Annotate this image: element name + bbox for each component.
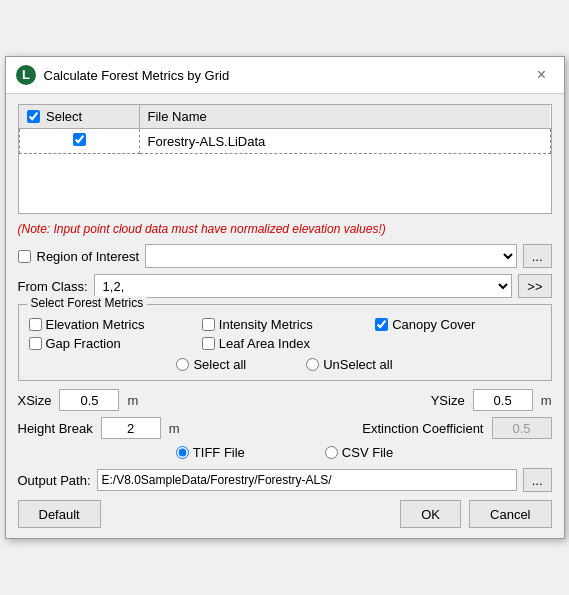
xsize-input[interactable] — [59, 389, 119, 411]
select-unselect-row: Select all UnSelect all — [29, 357, 541, 372]
leaf-metric-item: Leaf Area Index — [202, 336, 367, 351]
tiff-label: TIFF File — [193, 445, 245, 460]
elevation-label: Elevation Metrics — [46, 317, 145, 332]
row-filename-cell: Forestry-ALS.LiData — [139, 129, 550, 154]
close-button[interactable]: × — [530, 63, 554, 87]
forest-metrics-group: Select Forest Metrics Elevation Metrics … — [18, 304, 552, 381]
svg-text:L: L — [22, 67, 30, 82]
canopy-metric-item: Canopy Cover — [375, 317, 540, 332]
size-row: XSize m YSize m — [18, 389, 552, 411]
dialog-window: L Calculate Forest Metrics by Grid × Sel… — [5, 56, 565, 539]
unselect-all-label: UnSelect all — [323, 357, 392, 372]
select-all-label: Select all — [193, 357, 246, 372]
region-checkbox[interactable] — [18, 250, 31, 263]
tiff-radio-item: TIFF File — [176, 445, 245, 460]
select-all-radio-item: Select all — [176, 357, 246, 372]
region-label: Region of Interest — [37, 249, 140, 264]
button-row: Default OK Cancel — [18, 500, 552, 528]
height-break-label: Height Break — [18, 421, 93, 436]
title-left: L Calculate Forest Metrics by Grid — [16, 65, 230, 85]
output-path-row: Output Path: ... — [18, 468, 552, 492]
gap-metric-item: Gap Fraction — [29, 336, 194, 351]
xsize-label: XSize — [18, 393, 52, 408]
height-extinction-row: Height Break m Extinction Coefficient — [18, 417, 552, 439]
canopy-label: Canopy Cover — [392, 317, 475, 332]
row-select-cell — [19, 129, 139, 154]
leaf-checkbox[interactable] — [202, 337, 215, 350]
canopy-checkbox[interactable] — [375, 318, 388, 331]
table-row: Forestry-ALS.LiData — [19, 129, 550, 154]
height-break-input[interactable] — [101, 417, 161, 439]
from-class-label: From Class: — [18, 279, 88, 294]
extinction-label: Extinction Coefficient — [362, 421, 483, 436]
output-browse-button[interactable]: ... — [523, 468, 552, 492]
csv-radio-item: CSV File — [325, 445, 393, 460]
output-path-input[interactable] — [97, 469, 517, 491]
file-table: Select File Name Forestry-ALS.LiData — [19, 105, 551, 154]
height-break-unit: m — [169, 421, 180, 436]
intensity-label: Intensity Metrics — [219, 317, 313, 332]
select-all-checkbox[interactable] — [27, 110, 40, 123]
from-class-dropdown[interactable]: 1,2, — [94, 274, 513, 298]
region-dropdown[interactable] — [145, 244, 517, 268]
title-bar: L Calculate Forest Metrics by Grid × — [6, 57, 564, 94]
csv-radio[interactable] — [325, 446, 338, 459]
unselect-all-radio-item: UnSelect all — [306, 357, 392, 372]
filetype-row: TIFF File CSV File — [18, 445, 552, 460]
elevation-checkbox[interactable] — [29, 318, 42, 331]
extinction-input — [492, 417, 552, 439]
app-icon: L — [16, 65, 36, 85]
col-select-header: Select — [19, 105, 139, 129]
group-legend: Select Forest Metrics — [27, 296, 148, 310]
output-path-label: Output Path: — [18, 473, 91, 488]
file-table-wrapper: Select File Name Forestry-ALS.LiData — [18, 104, 552, 214]
dialog-title: Calculate Forest Metrics by Grid — [44, 68, 230, 83]
row-checkbox[interactable] — [73, 133, 86, 146]
ok-button[interactable]: OK — [400, 500, 461, 528]
leaf-label: Leaf Area Index — [219, 336, 310, 351]
metrics-grid: Elevation Metrics Intensity Metrics Cano… — [29, 317, 541, 351]
region-of-interest-row: Region of Interest ... — [18, 244, 552, 268]
ysize-unit: m — [541, 393, 552, 408]
ok-cancel-buttons: OK Cancel — [400, 500, 551, 528]
col-filename-header: File Name — [139, 105, 550, 129]
from-class-arrow-button[interactable]: >> — [518, 274, 551, 298]
xsize-unit: m — [127, 393, 138, 408]
elevation-metric-item: Elevation Metrics — [29, 317, 194, 332]
tiff-radio[interactable] — [176, 446, 189, 459]
gap-checkbox[interactable] — [29, 337, 42, 350]
cancel-button[interactable]: Cancel — [469, 500, 551, 528]
ysize-label: YSize — [431, 393, 465, 408]
default-button[interactable]: Default — [18, 500, 101, 528]
unselect-all-radio[interactable] — [306, 358, 319, 371]
dialog-content: Select File Name Forestry-ALS.LiData — [6, 94, 564, 538]
note-text: (Note: Input point cloud data must have … — [18, 222, 552, 236]
csv-label: CSV File — [342, 445, 393, 460]
intensity-metric-item: Intensity Metrics — [202, 317, 367, 332]
region-browse-button[interactable]: ... — [523, 244, 552, 268]
select-all-radio[interactable] — [176, 358, 189, 371]
gap-label: Gap Fraction — [46, 336, 121, 351]
intensity-checkbox[interactable] — [202, 318, 215, 331]
from-class-row: From Class: 1,2, >> — [18, 274, 552, 298]
ysize-input[interactable] — [473, 389, 533, 411]
